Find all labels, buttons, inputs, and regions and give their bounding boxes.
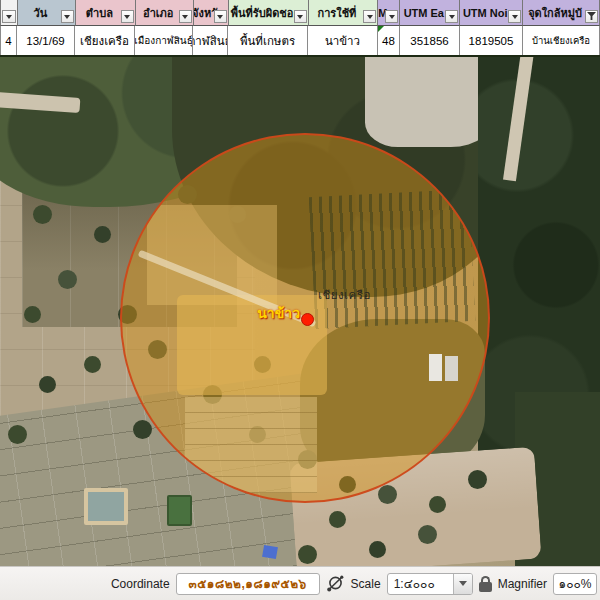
filter-dropdown-button[interactable] bbox=[2, 10, 16, 23]
chevron-down-icon bbox=[6, 15, 12, 19]
coordinate-label: Coordinate bbox=[111, 577, 170, 591]
gis-application-window: วัน ตำบล อำเภอ จังหวั พื้นที่รับผิดชอ กา… bbox=[0, 0, 600, 600]
chevron-down-icon bbox=[389, 15, 395, 19]
cell-nearest-village[interactable]: บ้านเชียงเครือ bbox=[523, 26, 600, 55]
map-pond-blue bbox=[84, 488, 128, 525]
filter-dropdown-button[interactable] bbox=[214, 10, 227, 23]
column-header-label: พื้นที่รับผิดชอ bbox=[231, 4, 294, 22]
circle-field-patch bbox=[147, 205, 277, 305]
chevron-down-icon bbox=[64, 15, 70, 19]
coordinate-input[interactable]: ๓๕๑๘๒๒,๑๘๑๙๕๒๖ bbox=[176, 573, 320, 595]
column-header-label: การใช้ที่ bbox=[318, 4, 357, 22]
building-roof bbox=[429, 354, 442, 381]
column-header-label: ตำบล bbox=[86, 4, 113, 22]
cell-district[interactable]: เมืองกาฬสินธุ์ bbox=[135, 26, 193, 55]
lock-body bbox=[479, 582, 492, 592]
cell-responsible-area[interactable]: พื้นที่เกษตร bbox=[228, 26, 308, 55]
cell-utm-northing[interactable]: 1819505 bbox=[460, 26, 523, 55]
chevron-down-icon bbox=[182, 15, 188, 19]
satellite-map-view[interactable]: เชียงเครือ นาข้าว bbox=[0, 57, 600, 566]
cell-flag-icon bbox=[378, 26, 384, 32]
landuse-label: นาข้าว bbox=[238, 302, 300, 324]
cell-index[interactable]: 4 bbox=[0, 26, 17, 55]
column-header-nearest-village[interactable]: จุดใกล้หมู่บ้ bbox=[523, 0, 600, 26]
building-roof bbox=[445, 356, 458, 381]
filter-dropdown-button[interactable] bbox=[179, 10, 192, 23]
cell-province[interactable]: กาฬสินธุ์ bbox=[193, 26, 228, 55]
cell-utm-easting[interactable]: 351856 bbox=[400, 26, 460, 55]
filter-dropdown-button[interactable] bbox=[121, 10, 134, 23]
column-header-responsible-area[interactable]: พื้นที่รับผิดชอ bbox=[229, 0, 309, 26]
chevron-down-icon bbox=[124, 15, 130, 19]
column-header-label: UTM Noi bbox=[463, 7, 508, 19]
globe-icon[interactable] bbox=[326, 574, 345, 593]
table-row: 4 13/1/69 เชียงเครือ เมืองกาฬสินธุ์ กาฬส… bbox=[0, 26, 600, 55]
column-header-label: จุดใกล้หมู่บ้ bbox=[528, 4, 582, 22]
filter-dropdown-button[interactable] bbox=[508, 10, 521, 23]
column-header-province[interactable]: จังหวั bbox=[194, 0, 229, 26]
column-header-label: UTM Ea bbox=[404, 7, 444, 19]
table-header-row: วัน ตำบล อำเภอ จังหวั พื้นที่รับผิดชอ กา… bbox=[0, 0, 600, 26]
attribute-table: วัน ตำบล อำเภอ จังหวั พื้นที่รับผิดชอ กา… bbox=[0, 0, 600, 57]
map-pond-green bbox=[167, 495, 192, 526]
cell-date[interactable]: 13/1/69 bbox=[17, 26, 75, 55]
lock-icon[interactable] bbox=[479, 576, 492, 592]
column-header-landuse[interactable]: การใช้ที่ bbox=[309, 0, 379, 26]
filter-dropdown-button[interactable] bbox=[294, 10, 307, 23]
magnifier-input[interactable]: ๑๐๐% bbox=[553, 573, 597, 595]
filter-dropdown-button[interactable] bbox=[385, 10, 398, 23]
column-header-utm-northing[interactable]: UTM Noi bbox=[460, 0, 523, 26]
filter-funnel-icon bbox=[587, 12, 596, 21]
point-marker[interactable] bbox=[301, 313, 314, 326]
village-label: เชียงเครือ bbox=[318, 286, 371, 304]
cell-utm-zone[interactable]: 48 bbox=[378, 26, 400, 55]
circle-tree-rows bbox=[309, 189, 476, 329]
chevron-down-icon bbox=[512, 15, 518, 19]
chevron-down-icon bbox=[367, 15, 373, 19]
filter-dropdown-button[interactable] bbox=[363, 10, 376, 23]
chevron-down-icon bbox=[217, 15, 223, 19]
lock-shackle bbox=[481, 576, 490, 584]
column-header-utm-zone[interactable]: M bbox=[378, 0, 400, 26]
column-header-date[interactable]: วัน bbox=[18, 0, 76, 26]
cell-landuse[interactable]: นาข้าว bbox=[308, 26, 378, 55]
magnifier-label: Magnifier bbox=[498, 577, 547, 591]
chevron-down-icon bbox=[297, 15, 303, 19]
chevron-down-icon bbox=[449, 15, 455, 19]
status-bar: Coordinate ๓๕๑๘๒๒,๑๘๑๙๕๒๖ Scale 1:๔๐๐๐ M… bbox=[0, 566, 600, 600]
column-header-index[interactable] bbox=[0, 0, 18, 26]
column-header-district[interactable]: อำเภอ bbox=[136, 0, 194, 26]
filter-dropdown-button[interactable] bbox=[61, 10, 74, 23]
cell-subdistrict[interactable]: เชียงเครือ bbox=[75, 26, 135, 55]
map-blue-roof bbox=[262, 545, 278, 559]
column-header-label: วัน bbox=[34, 4, 48, 22]
scale-label: Scale bbox=[351, 577, 381, 591]
chevron-down-icon bbox=[459, 581, 467, 586]
column-header-label: อำเภอ bbox=[143, 4, 173, 22]
filter-active-button[interactable] bbox=[585, 10, 598, 23]
column-header-utm-easting[interactable]: UTM Ea bbox=[400, 0, 460, 26]
scale-select[interactable]: 1:๔๐๐๐ bbox=[387, 573, 473, 595]
scale-value: 1:๔๐๐๐ bbox=[388, 574, 453, 593]
filter-dropdown-button[interactable] bbox=[445, 10, 458, 23]
cell-value: 48 bbox=[382, 35, 395, 47]
scale-dropdown-button[interactable] bbox=[453, 574, 472, 594]
column-header-subdistrict[interactable]: ตำบล bbox=[76, 0, 136, 26]
